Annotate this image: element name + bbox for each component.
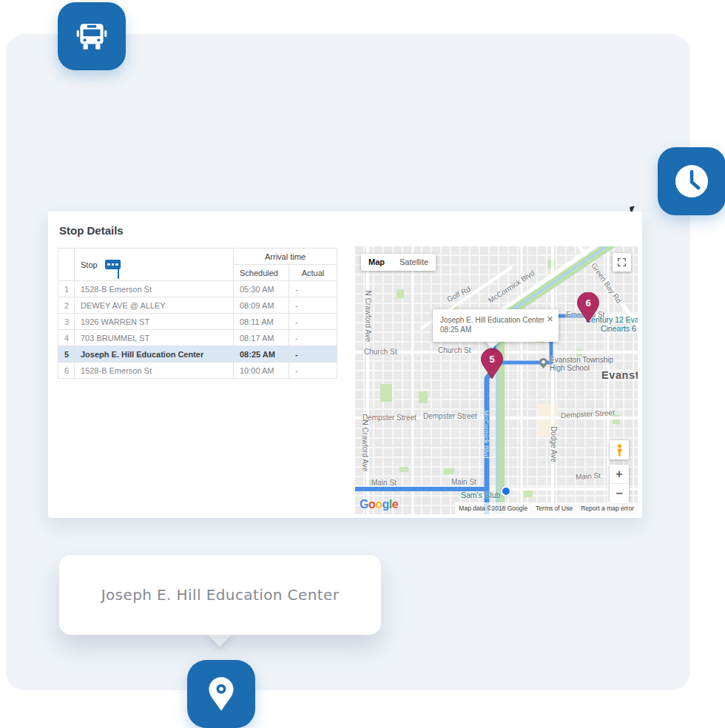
stops-table: Stop Arrival time Scheduled Actual 1 152…: [58, 248, 337, 379]
zoom-out-button[interactable]: −: [610, 484, 629, 503]
street-label: Main St: [371, 479, 397, 487]
map-marker-6[interactable]: 6: [577, 292, 599, 323]
stop-header: Stop: [75, 249, 234, 281]
sams-club-icon: [501, 486, 511, 496]
info-window: Joseph E. Hill Education Center 08:25 AM…: [433, 309, 559, 342]
tooltip-label: Joseph E. Hill Education Center: [101, 586, 340, 604]
table-row[interactable]: 3 1926 WARREN ST 08:11 AM -: [58, 314, 337, 330]
scheduled-header: Scheduled: [234, 265, 289, 281]
marker-number: 5: [489, 354, 494, 365]
report-map-error-link[interactable]: Report a map error: [581, 505, 634, 512]
google-logo[interactable]: Google: [360, 498, 398, 511]
row-stop: 1528-B Emerson St: [75, 363, 234, 379]
terms-of-use-link[interactable]: Terms of Use: [536, 505, 573, 512]
logo-letter: o: [368, 498, 375, 510]
map-type-control: Map Satellite: [361, 254, 436, 271]
row-scheduled: 05:30 AM: [234, 281, 289, 297]
map-type-satellite-button[interactable]: Satellite: [392, 254, 436, 271]
street-label: Main St: [576, 471, 601, 481]
row-scheduled: 08:09 AM: [234, 297, 289, 314]
row-index: 5: [58, 346, 75, 363]
row-actual: -: [289, 297, 337, 314]
location-pin-icon[interactable]: [187, 660, 255, 728]
street-label: N Crawford Ave: [364, 285, 372, 348]
row-actual: -: [289, 330, 337, 346]
page-title: Stop Details: [59, 224, 124, 237]
map-attribution: Map data ©2018 Google Terms of Use Repor…: [455, 502, 638, 514]
poi-line: Evanston Township: [550, 356, 613, 364]
row-actual: -: [289, 363, 337, 379]
bus-glyph: [73, 18, 110, 55]
stop-header-label: Stop: [81, 260, 98, 269]
table-row-selected[interactable]: 5 Joseph E. Hill Education Center 08:25 …: [58, 346, 337, 363]
zoom-in-button[interactable]: +: [610, 465, 629, 484]
logo-letter: g: [382, 498, 389, 510]
map-marker-5[interactable]: 5: [481, 348, 503, 380]
info-window-time: 08:25 AM: [440, 325, 542, 334]
info-window-title: Joseph E. Hill Education Center: [440, 315, 542, 325]
row-index: 1: [58, 281, 75, 297]
fullscreen-icon: [617, 257, 627, 267]
school-pin-icon: [539, 358, 547, 368]
row-actual: -: [289, 346, 337, 363]
actual-header: Actual: [289, 265, 337, 281]
table-header-row: Stop Arrival time: [58, 249, 337, 265]
row-actual: -: [289, 314, 337, 330]
bus-icon[interactable]: [58, 2, 126, 70]
table-row[interactable]: 2 DEWEY AVE @ ALLEY 08:09 AM -: [58, 297, 337, 314]
fullscreen-button[interactable]: [613, 253, 631, 272]
map-type-map-button[interactable]: Map: [361, 254, 392, 271]
stop-details-card: Stop Details Stop Arrival time Scheduled…: [48, 212, 642, 518]
logo-letter: o: [375, 498, 382, 510]
marker-number: 6: [585, 297, 590, 309]
table-row[interactable]: 1 1528-B Emerson St 05:30 AM -: [58, 281, 337, 297]
map-data-credit: Map data ©2018 Google: [459, 505, 527, 512]
street-label: Dempster Street: [362, 414, 417, 422]
row-index: 4: [58, 330, 75, 346]
arrival-time-header: Arrival time: [234, 249, 337, 265]
row-scheduled: 10:00 AM: [234, 363, 289, 379]
row-stop: 1926 WARREN ST: [75, 314, 234, 330]
zoom-control: + −: [610, 465, 629, 503]
street-label: McCormick Blvd: [482, 401, 490, 468]
street-label: Main St: [451, 478, 476, 486]
bus-stop-sign-icon: [105, 260, 121, 269]
clock-icon[interactable]: [658, 147, 725, 215]
row-stop: Joseph E. Hill Education Center: [75, 346, 234, 363]
poi-label-sams-club: Sam's Club: [461, 491, 500, 499]
close-icon[interactable]: ✕: [547, 314, 553, 324]
row-index: 6: [58, 363, 75, 379]
row-stop: 703 BRUMMEL ST: [75, 330, 234, 346]
street-label: N Crawford Ave: [361, 414, 369, 478]
google-map[interactable]: N Crawford Ave Golf Rd McCormick Blvd Gr…: [355, 246, 638, 514]
row-actual: -: [289, 281, 337, 297]
row-index: 2: [58, 297, 75, 314]
logo-letter: G: [360, 498, 368, 510]
poi-line: Cinearts 6 An: [577, 324, 638, 333]
row-index: 3: [58, 314, 75, 330]
logo-letter: e: [392, 498, 398, 510]
row-scheduled: 08:11 AM: [234, 314, 289, 330]
stop-name-tooltip: Joseph E. Hill Education Center: [59, 555, 381, 635]
index-header: [58, 249, 75, 281]
row-scheduled: 08:17 AM: [234, 330, 289, 346]
pegman-icon: [615, 444, 624, 456]
row-stop: DEWEY AVE @ ALLEY: [75, 297, 234, 314]
street-label: Dempster Street: [423, 412, 477, 420]
row-scheduled: 08:25 AM: [234, 346, 289, 363]
city-label: Evanston: [601, 369, 638, 381]
street-label: Dodge Ave: [550, 422, 558, 467]
table-row[interactable]: 6 1528-B Emerson St 10:00 AM -: [58, 363, 337, 379]
table-row[interactable]: 4 703 BRUMMEL ST 08:17 AM -: [58, 330, 337, 346]
clock-glyph: [674, 164, 709, 199]
location-pin-glyph: [206, 676, 236, 712]
street-label: Church St: [364, 348, 397, 356]
street-label: Church St: [438, 346, 471, 354]
row-stop: 1528-B Emerson St: [75, 281, 234, 297]
pegman-button[interactable]: [610, 440, 629, 459]
